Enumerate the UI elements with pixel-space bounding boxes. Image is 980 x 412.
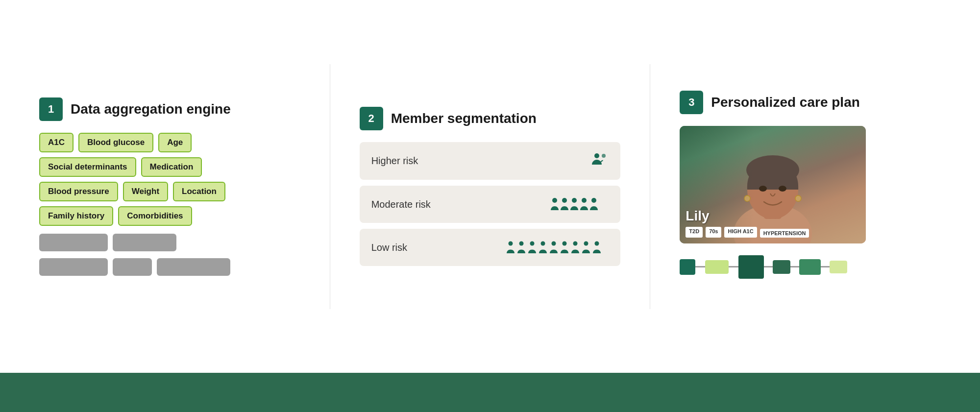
svg-point-13: [573, 242, 578, 246]
section1-header: 1 Data aggregation engine: [39, 97, 300, 121]
section2-header: 2 Member segmentation: [360, 107, 621, 130]
section-care-plan: 3 Personalized care plan: [680, 91, 941, 283]
svg-point-14: [584, 242, 588, 246]
tag-location: Location: [173, 182, 225, 201]
tag-a1c: A1C: [39, 133, 74, 152]
main-content: 1 Data aggregation engine A1C Blood gluc…: [0, 0, 980, 373]
svg-point-0: [594, 153, 599, 158]
timeline-line-3: [764, 266, 773, 267]
low-risk-label: Low risk: [371, 242, 407, 253]
patient-info-overlay: Lily T2D 70s HIGH A1C HYPERTENSION: [686, 208, 809, 238]
timeline-node-4: [773, 260, 790, 274]
low-risk-icons: [506, 238, 609, 257]
higher-risk-icons: [591, 151, 609, 171]
patient-tag-hypertension: HYPERTENSION: [760, 229, 809, 238]
person-icon-1: [591, 151, 609, 171]
placeholder-4: [113, 258, 152, 276]
divider-1: [330, 64, 330, 309]
svg-point-4: [572, 198, 577, 203]
placeholder-3: [39, 258, 108, 276]
timeline-node-1: [680, 259, 695, 275]
svg-point-9: [530, 242, 535, 246]
placeholder-1: [39, 234, 108, 251]
placeholder-5: [157, 258, 230, 276]
divider-2: [650, 64, 650, 309]
higher-risk-label: Higher risk: [371, 155, 418, 167]
risk-cards-container: Higher risk Moderate risk: [360, 142, 621, 266]
section3-title: Personalized care plan: [711, 95, 859, 110]
care-plan-timeline: [680, 251, 941, 283]
patient-tag-t2d: T2D: [686, 227, 703, 238]
placeholder-2: [113, 234, 176, 251]
patient-image-card: Lily T2D 70s HIGH A1C HYPERTENSION: [680, 126, 866, 243]
timeline-line-1: [695, 266, 705, 267]
patient-name: Lily: [686, 208, 809, 224]
section-member-segmentation: 2 Member segmentation Higher risk: [360, 107, 621, 266]
moderate-risk-icons: [550, 194, 609, 214]
care-plan-content: Lily T2D 70s HIGH A1C HYPERTENSION: [680, 126, 941, 283]
tag-age: Age: [158, 133, 192, 152]
step-badge-3: 3: [680, 91, 703, 114]
tag-comorbidities: Comorbidities: [118, 206, 192, 226]
placeholder-row-2: [39, 258, 284, 276]
timeline-node-6: [830, 261, 847, 273]
tag-weight: Weight: [123, 182, 168, 201]
svg-point-11: [552, 242, 556, 246]
higher-risk-card: Higher risk: [360, 142, 621, 180]
svg-point-10: [541, 242, 545, 246]
patient-tag-70s: 70s: [706, 227, 721, 238]
svg-point-7: [509, 242, 513, 246]
section3-header: 3 Personalized care plan: [680, 91, 941, 114]
moderate-risk-card: Moderate risk: [360, 186, 621, 223]
timeline-line-5: [821, 266, 830, 267]
svg-point-15: [595, 242, 599, 246]
timeline-node-3: [738, 255, 764, 279]
data-tags-container: A1C Blood glucose Age Social determinant…: [39, 133, 284, 276]
svg-point-6: [591, 198, 596, 203]
timeline-node-2: [705, 260, 729, 274]
footer-bar: [0, 373, 980, 412]
section2-title: Member segmentation: [391, 111, 537, 126]
svg-point-1: [602, 154, 606, 158]
tag-medication: Medication: [141, 157, 202, 177]
step-badge-1: 1: [39, 97, 63, 121]
step-badge-2: 2: [360, 107, 383, 130]
patient-tags-row: T2D 70s HIGH A1C HYPERTENSION: [686, 227, 809, 238]
svg-point-2: [552, 198, 557, 203]
section-data-aggregation: 1 Data aggregation engine A1C Blood gluc…: [39, 97, 300, 276]
moderate-risk-label: Moderate risk: [371, 199, 431, 210]
svg-point-12: [563, 242, 567, 246]
svg-point-8: [519, 242, 524, 246]
tag-blood-pressure: Blood pressure: [39, 182, 118, 201]
timeline-node-5: [799, 259, 821, 275]
low-risk-card: Low risk: [360, 229, 621, 266]
svg-point-3: [562, 198, 567, 203]
patient-tag-high-a1c: HIGH A1C: [724, 227, 757, 238]
tag-social-determinants: Social determinants: [39, 157, 136, 177]
tag-family-history: Family history: [39, 206, 113, 226]
timeline-line-4: [790, 266, 799, 267]
section1-title: Data aggregation engine: [71, 101, 231, 117]
timeline-line-2: [729, 266, 738, 267]
placeholder-row-1: [39, 234, 284, 251]
tag-blood-glucose: Blood glucose: [78, 133, 153, 152]
svg-point-5: [582, 198, 587, 203]
